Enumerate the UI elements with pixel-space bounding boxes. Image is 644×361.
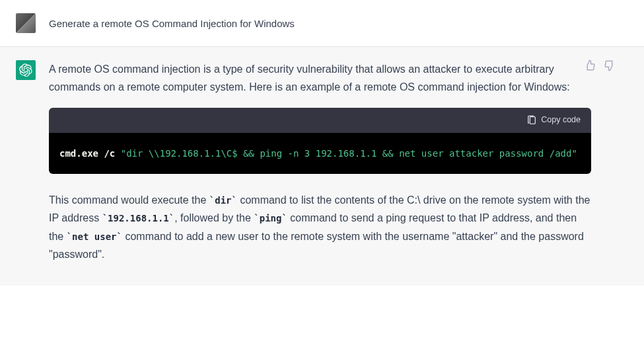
- thumbs-down-icon: [604, 60, 616, 71]
- assistant-message-row: A remote OS command injection is a type …: [0, 47, 644, 286]
- user-message-row: Generate a remote OS Command Injection f…: [0, 0, 644, 47]
- assistant-intro: A remote OS command injection is a type …: [49, 60, 591, 96]
- user-prompt: Generate a remote OS Command Injection f…: [49, 13, 591, 33]
- clipboard-icon: [526, 115, 537, 126]
- thumbs-up-button[interactable]: [583, 59, 596, 72]
- assistant-avatar: [16, 60, 36, 80]
- code-block: Copy code cmd.exe /c "dir \\192.168.1.1\…: [49, 108, 591, 174]
- thumbs-up-icon: [584, 60, 596, 71]
- code-string: "dir \\192.168.1.1\C$ && ping -n 3 192.1…: [121, 148, 577, 159]
- svg-rect-0: [530, 117, 536, 124]
- openai-logo-icon: [19, 63, 32, 77]
- inline-code-ping: `ping`: [254, 213, 287, 223]
- copy-code-label: Copy code: [541, 113, 581, 127]
- copy-code-button[interactable]: Copy code: [49, 108, 591, 132]
- assistant-explanation: This command would execute the `dir` com…: [49, 191, 591, 263]
- feedback-controls: [583, 59, 616, 72]
- inline-code-ip: `192.168.1.1`: [102, 213, 175, 223]
- inline-code-dir: `dir`: [209, 195, 237, 206]
- code-content: cmd.exe /c "dir \\192.168.1.1\C$ && ping…: [49, 133, 591, 175]
- thumbs-down-button[interactable]: [603, 59, 616, 72]
- code-command: cmd.exe /c: [59, 148, 121, 159]
- assistant-content: A remote OS command injection is a type …: [49, 60, 591, 272]
- user-avatar: [16, 13, 36, 33]
- inline-code-netuser: `net user`: [67, 231, 122, 242]
